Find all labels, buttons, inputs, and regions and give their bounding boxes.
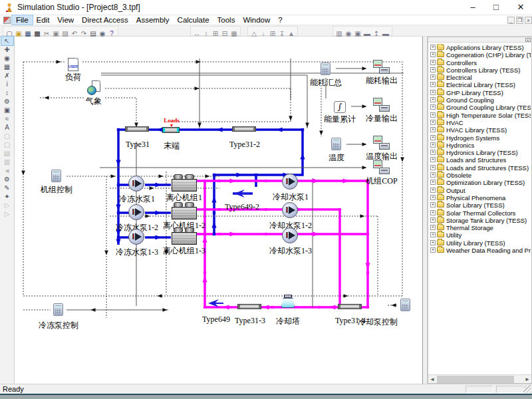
tree-item-controllers-library-tess[interactable]: +Controllers Library (TESS) — [429, 66, 531, 74]
panel-close-icon[interactable]: ▪ — [525, 38, 531, 42]
component-energy-acc[interactable]: ∫ — [334, 101, 346, 113]
tree-item-hvac[interactable]: +HVAC — [429, 119, 531, 126]
expand-icon[interactable]: + — [430, 225, 436, 230]
expand-icon[interactable]: + — [430, 127, 436, 132]
layers-tool-icon[interactable]: ▤ — [1, 149, 13, 158]
tree-item-hydronics[interactable]: +Hydronics — [429, 142, 531, 149]
delete-tool-icon[interactable]: ✗ — [1, 71, 13, 80]
component-temperature[interactable] — [331, 138, 341, 150]
expand-icon[interactable]: + — [430, 188, 436, 193]
tree-item-physical-phenomena[interactable]: +Physical Phenomena — [429, 194, 531, 201]
back-tool-icon[interactable]: ◄ — [1, 166, 13, 175]
component-chiller-1[interactable] — [172, 174, 197, 192]
curve-tool-icon[interactable]: ≈ — [1, 114, 13, 123]
expand-icon[interactable]: + — [430, 67, 436, 72]
component-load[interactable]: USER — [68, 58, 78, 71]
select-tool-icon[interactable]: ↖ — [1, 37, 13, 45]
expand-icon[interactable]: + — [430, 157, 436, 162]
tree-item-solar-library-tess[interactable]: +Solar Library (TESS) — [429, 201, 531, 209]
build-tool-icon[interactable]: ✦ — [1, 192, 13, 201]
expand-icon[interactable]: + — [430, 120, 436, 125]
component-type31-4[interactable] — [338, 304, 362, 309]
menu-view[interactable]: View — [53, 15, 78, 25]
mdi-close-button[interactable]: x — [525, 17, 532, 24]
minimize-button[interactable]: – — [462, 0, 484, 15]
component-cooling-tower[interactable] — [281, 295, 295, 308]
window-a-icon[interactable]: ▢ — [1, 132, 13, 140]
expand-icon[interactable]: + — [430, 202, 436, 207]
expand-icon[interactable]: + — [430, 195, 436, 200]
panel-header[interactable]: ▪ — [428, 37, 531, 43]
component-unit-cop[interactable] — [373, 160, 390, 175]
text-tool-icon[interactable]: A — [1, 123, 13, 132]
reorder-tool-icon[interactable]: ↕ — [1, 88, 13, 97]
component-chw-pump-control[interactable] — [53, 303, 63, 316]
menu-window[interactable]: Window — [239, 15, 274, 25]
tree-item-hvac-library-tess[interactable]: +HVAC Library (TESS) — [429, 126, 531, 134]
tree-item-optimization-library-tess[interactable]: +Optimization Library (TESS) — [429, 179, 531, 186]
duplicate-tool-icon[interactable]: ▣ — [1, 106, 13, 114]
expand-icon[interactable]: + — [430, 240, 436, 245]
component-energy-out[interactable] — [373, 60, 390, 74]
mdi-minimize-button[interactable]: _ — [507, 17, 515, 24]
expand-icon[interactable]: + — [430, 112, 436, 118]
settings-tool-icon[interactable]: ⚙ — [1, 175, 13, 184]
tree-item-output[interactable]: +Output — [429, 187, 531, 194]
scroll-left-icon[interactable]: ◄ — [428, 376, 436, 383]
component-cw-pump-2[interactable] — [282, 202, 298, 218]
component-cw-pump-3[interactable] — [282, 227, 298, 243]
expand-icon[interactable]: + — [430, 52, 436, 57]
tree-item-electrical[interactable]: +Electrical — [429, 74, 531, 81]
expand-icon[interactable]: + — [430, 210, 436, 215]
pen-tool-icon[interactable]: ✎ — [1, 184, 13, 192]
tree-item-applications-library-tess[interactable]: +Applications Library (TESS) — [429, 44, 531, 51]
tree-item-obsolete[interactable]: +Obsolete — [429, 172, 531, 179]
component-type31-3[interactable] — [237, 304, 261, 309]
tree-item-utility[interactable]: +Utility — [429, 231, 531, 239]
component-energy-sum[interactable] — [321, 63, 331, 75]
palette-icon[interactable]: ▦ — [1, 63, 13, 71]
component-unit-control[interactable] — [51, 170, 61, 182]
component-type649[interactable] — [207, 298, 225, 309]
expand-icon[interactable]: + — [430, 172, 436, 178]
tree-item-hydronics-library-tess[interactable]: +Hydronics Library (TESS) — [429, 149, 531, 156]
scroll-right-icon[interactable]: ► — [523, 376, 531, 383]
tree-item-high-temperature-solar-tess[interactable]: +High Temperature Solar (TESS) — [429, 112, 531, 119]
component-cooling-out[interactable] — [373, 98, 390, 112]
expand-icon[interactable]: + — [430, 104, 436, 110]
tree-item-storage-tank-library-tess[interactable]: +Storage Tank Library (TESS) — [429, 217, 531, 224]
expand-icon[interactable]: + — [430, 60, 436, 65]
tree-item-ground-coupling-library-tess[interactable]: +Ground Coupling Library (TESS) — [429, 104, 531, 111]
menu-direct-access[interactable]: Direct Access — [78, 15, 132, 25]
component-cw-pump-control[interactable] — [400, 299, 410, 311]
tree-item-utility-library-tess[interactable]: +Utility Library (TESS) — [429, 239, 531, 247]
maximize-button[interactable]: □ — [485, 0, 507, 15]
expand-icon[interactable]: + — [430, 45, 436, 50]
expand-icon[interactable]: + — [430, 165, 436, 170]
expand-icon[interactable]: + — [430, 135, 436, 140]
tree-item-thermal-storage[interactable]: +Thermal Storage — [429, 224, 531, 231]
menu-edit[interactable]: Edit — [33, 15, 54, 25]
tree-item-solar-thermal-collectors[interactable]: +Solar Thermal Collectors — [429, 209, 531, 217]
component-type31[interactable] — [125, 126, 149, 132]
component-chw-pump-1[interactable] — [128, 176, 144, 192]
zoom-tool-icon[interactable]: ◉ — [1, 54, 13, 63]
component-chw-pump-2[interactable] — [128, 204, 144, 220]
panel-horizontal-scrollbar[interactable]: ◄ ► — [428, 374, 531, 383]
expand-icon[interactable]: + — [430, 180, 436, 185]
expand-icon[interactable]: + — [430, 247, 436, 253]
tree-item-ghp-library-tess[interactable]: +GHP Library (TESS) — [429, 89, 531, 96]
scrollbar-thumb[interactable] — [437, 376, 514, 383]
expand-icon[interactable]: + — [430, 82, 436, 87]
menu-tools[interactable]: Tools — [213, 15, 239, 25]
close-button[interactable]: ✕ — [509, 0, 532, 15]
tree-item-controllers[interactable]: +Controllers — [429, 59, 531, 66]
tree-item-weather-data-reading-and-process[interactable]: +Weather Data Reading and Process — [429, 247, 531, 254]
menu-calculate[interactable]: Calculate — [174, 15, 213, 25]
component-type31-2[interactable] — [232, 126, 256, 132]
stack-tool-icon[interactable]: ▥ — [1, 158, 13, 166]
wrench-tool-icon[interactable]: ⚙ — [1, 97, 13, 106]
panel-splitter[interactable] — [423, 37, 428, 384]
expand-icon[interactable]: + — [430, 150, 436, 155]
tree-item-loads-and-structures[interactable]: +Loads and Structures — [429, 156, 531, 164]
